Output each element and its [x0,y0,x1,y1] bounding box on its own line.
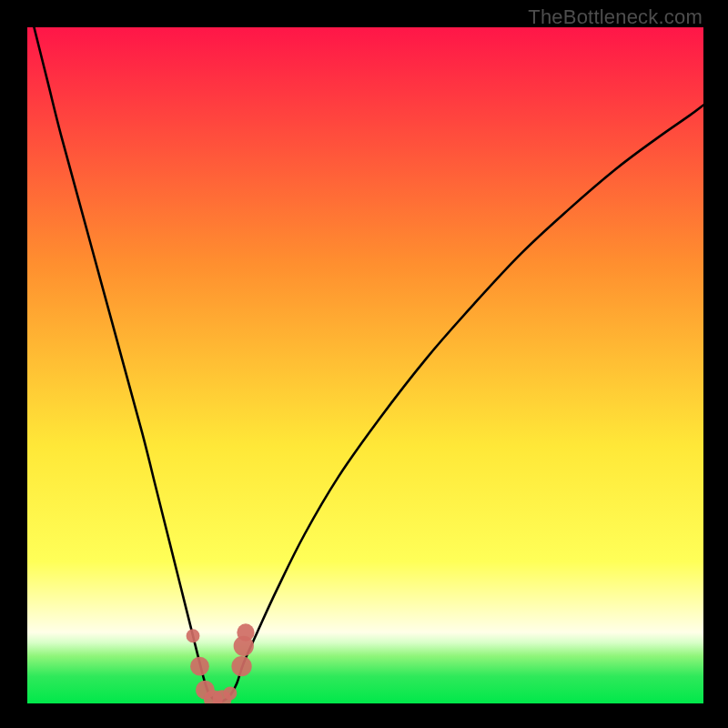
curve-marker [190,657,209,676]
curve-marker [187,629,200,642]
watermark-text: TheBottleneck.com [528,5,703,29]
curve-markers [187,623,255,703]
bottleneck-curve [34,27,703,702]
chart-svg [27,27,703,703]
curve-marker [231,656,251,676]
curve-marker [223,686,237,700]
chart-frame: TheBottleneck.com [0,0,728,728]
plot-area [27,27,703,703]
curve-marker [237,623,254,641]
